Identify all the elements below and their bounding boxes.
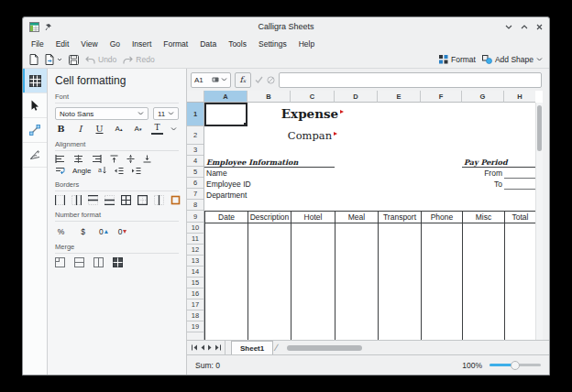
align-right-button[interactable] xyxy=(92,155,102,163)
next-sheet-button[interactable] xyxy=(207,344,213,351)
shape-select-tool-button[interactable] xyxy=(23,93,47,118)
bold-button[interactable]: B xyxy=(55,123,67,135)
zoom-slider-knob[interactable] xyxy=(511,361,520,370)
text-color-chevron[interactable] xyxy=(170,127,177,131)
row-header[interactable]: 16 xyxy=(187,289,204,299)
merge-cells-button[interactable] xyxy=(55,257,65,267)
percent-format-button[interactable]: % xyxy=(55,225,67,237)
cancel-formula-button[interactable] xyxy=(267,76,275,84)
row-header[interactable]: 6 xyxy=(187,178,204,189)
border-bottom-button[interactable] xyxy=(104,195,115,205)
menu-item[interactable]: File xyxy=(31,39,44,49)
corner-header[interactable] xyxy=(187,91,204,103)
row-header[interactable]: 1 xyxy=(187,103,204,126)
row-header[interactable]: 17 xyxy=(187,299,204,310)
column-header[interactable]: A xyxy=(204,91,248,103)
zoom-slider[interactable] xyxy=(490,364,541,366)
subscript-button[interactable]: A▾ xyxy=(132,123,144,135)
row-header[interactable]: 13 xyxy=(187,256,204,267)
menu-item[interactable]: Insert xyxy=(132,39,151,49)
formula-input[interactable] xyxy=(279,72,542,88)
border-vertical-button[interactable] xyxy=(55,195,65,205)
cell-reference-box[interactable]: A1 xyxy=(191,72,231,88)
menu-item[interactable]: Settings xyxy=(258,39,287,49)
new-document-button[interactable] xyxy=(29,54,38,65)
row-header[interactable]: 15 xyxy=(187,278,204,289)
menu-item[interactable]: Edit xyxy=(56,39,70,49)
open-document-button[interactable] xyxy=(45,54,62,65)
align-left-button[interactable] xyxy=(55,155,65,163)
align-center-button[interactable] xyxy=(73,155,83,163)
decrease-indent-button[interactable] xyxy=(114,167,124,175)
menu-item[interactable]: Data xyxy=(200,39,216,49)
chevron-down-icon[interactable] xyxy=(221,78,227,82)
format-button[interactable]: Format xyxy=(439,55,476,64)
redo-button[interactable]: Redo xyxy=(123,55,154,64)
selected-cell-a1[interactable] xyxy=(204,103,248,126)
wrap-text-button[interactable] xyxy=(55,167,65,175)
decrease-precision-button[interactable]: 0 xyxy=(118,227,127,236)
vertical-text-button[interactable]: a xyxy=(98,166,106,175)
superscript-button[interactable]: A▴ xyxy=(113,123,125,135)
column-header[interactable]: G xyxy=(462,91,504,103)
spreadsheet-grid[interactable]: ABCDEFGH 12345678910111213141516171819 E… xyxy=(187,91,543,340)
vertical-scrollbar[interactable] xyxy=(535,103,543,340)
unmerge-cells-button[interactable] xyxy=(113,257,123,267)
border-inner-button[interactable] xyxy=(154,195,164,205)
save-button[interactable] xyxy=(69,55,79,65)
row-header[interactable]: 10 xyxy=(187,223,204,234)
horizontal-scrollbar-thumb[interactable] xyxy=(287,345,362,351)
menu-item[interactable]: Format xyxy=(163,39,188,49)
align-bottom-button[interactable] xyxy=(143,155,151,163)
fill-handle[interactable] xyxy=(244,123,248,126)
menu-item[interactable]: Help xyxy=(299,39,314,49)
border-right-button[interactable] xyxy=(72,195,82,205)
menu-item[interactable]: Go xyxy=(110,39,120,49)
column-header[interactable]: B xyxy=(248,91,291,103)
close-button[interactable] xyxy=(536,24,543,30)
merge-vertical-button[interactable] xyxy=(94,257,104,267)
row-header[interactable]: 2 xyxy=(187,126,204,145)
font-family-select[interactable]: Noto Sans xyxy=(55,107,148,120)
tab-sheet1[interactable]: Sheet1 xyxy=(231,341,273,354)
border-outer-button[interactable] xyxy=(138,195,148,205)
previous-sheet-button[interactable] xyxy=(200,344,205,351)
first-sheet-button[interactable] xyxy=(191,344,198,351)
row-header[interactable]: 12 xyxy=(187,245,204,256)
border-top-button[interactable] xyxy=(88,195,98,205)
border-all-button[interactable] xyxy=(121,195,131,205)
cell-tool-button[interactable] xyxy=(23,69,47,93)
align-top-button[interactable] xyxy=(110,155,118,163)
vertical-scrollbar-thumb[interactable] xyxy=(537,105,542,151)
row-header[interactable]: 9 xyxy=(187,211,204,223)
font-size-select[interactable]: 11 xyxy=(153,107,179,120)
italic-button[interactable]: I xyxy=(74,123,86,135)
insert-function-button[interactable]: fₓ xyxy=(235,72,251,88)
menu-item[interactable]: Tools xyxy=(228,39,247,49)
row-header[interactable]: 7 xyxy=(187,189,204,200)
align-middle-button[interactable] xyxy=(126,155,135,163)
row-header[interactable]: 3 xyxy=(187,145,204,156)
column-header[interactable]: F xyxy=(421,91,462,103)
apply-formula-button[interactable] xyxy=(255,76,263,83)
column-header[interactable]: E xyxy=(378,91,421,103)
row-header[interactable]: 14 xyxy=(187,267,204,278)
merge-horizontal-button[interactable] xyxy=(74,257,84,267)
currency-format-button[interactable]: $ xyxy=(77,225,89,237)
row-header[interactable]: 4 xyxy=(187,156,204,167)
column-header[interactable]: D xyxy=(335,91,378,103)
increase-indent-button[interactable] xyxy=(131,167,141,175)
undo-button[interactable]: Undo xyxy=(85,55,116,64)
minimize-button[interactable] xyxy=(505,25,512,29)
connector-tool-button[interactable] xyxy=(23,118,47,143)
increase-precision-button[interactable]: 0 xyxy=(99,227,108,236)
row-header[interactable]: 19 xyxy=(187,321,204,332)
calligraphy-tool-button[interactable] xyxy=(23,143,47,168)
open-dropdown-chevron[interactable] xyxy=(57,58,62,61)
underline-button[interactable]: U xyxy=(94,123,105,135)
add-shape-button[interactable]: Add Shape xyxy=(482,55,543,64)
angle-button[interactable]: Angle xyxy=(72,167,91,175)
column-header[interactable]: C xyxy=(291,91,335,103)
maximize-button[interactable] xyxy=(521,25,528,29)
text-color-button[interactable]: T xyxy=(151,123,163,135)
